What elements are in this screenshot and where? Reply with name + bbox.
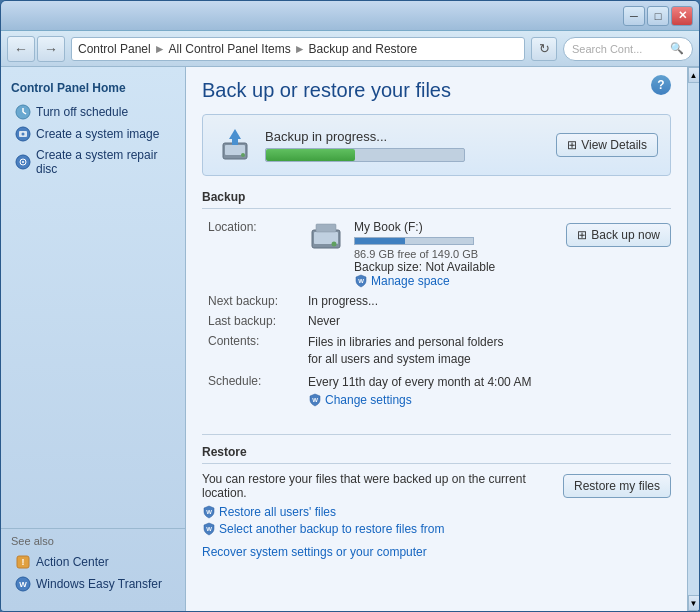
view-details-icon: ⊞ <box>567 138 577 152</box>
svg-point-8 <box>22 161 24 163</box>
close-button[interactable]: ✕ <box>671 6 693 26</box>
page-title: Back up or restore your files <box>202 79 671 102</box>
sidebar-item-label: Create a system image <box>36 127 159 141</box>
scroll-down-arrow[interactable]: ▼ <box>688 595 700 611</box>
change-settings-label: Change settings <box>325 393 412 407</box>
svg-rect-21 <box>316 224 336 232</box>
schedule-label: Schedule: <box>202 371 302 411</box>
contents-row: Contents: Files in libraries and persona… <box>202 331 556 371</box>
breadcrumb-sep-1: ► <box>154 42 166 56</box>
storage-text: 86.9 GB free of 149.0 GB <box>354 248 550 260</box>
sidebar-item-easy-transfer[interactable]: W Windows Easy Transfer <box>11 573 175 595</box>
svg-text:W: W <box>312 397 318 403</box>
restore-row: You can restore your files that were bac… <box>202 472 671 559</box>
restore-right: Restore my files <box>563 472 671 498</box>
location-row: Location: <box>202 217 556 291</box>
backup-details-left: Location: <box>202 217 556 420</box>
svg-text:!: ! <box>22 557 25 567</box>
main-layout: Control Panel Home Turn off schedule <box>1 67 699 611</box>
scroll-up-arrow[interactable]: ▲ <box>688 67 700 83</box>
schedule-row: Schedule: Every 11th day of every month … <box>202 371 556 411</box>
manage-space-link[interactable]: W Manage space <box>354 274 550 288</box>
clock-icon <box>15 104 31 120</box>
backup-section: Backup Location: <box>202 190 671 420</box>
select-backup-link[interactable]: W Select another backup to restore files… <box>202 522 553 536</box>
backup-section-label: Backup <box>202 190 671 209</box>
scrollbar-track[interactable] <box>688 83 699 595</box>
svg-point-15 <box>241 153 245 157</box>
back-up-now-icon: ⊞ <box>577 228 587 242</box>
address-path[interactable]: Control Panel ► All Control Panel Items … <box>71 37 525 61</box>
restore-section: Restore You can restore your files that … <box>202 434 671 559</box>
search-icon: 🔍 <box>670 42 684 55</box>
location-value: My Book (F:) 86.9 GB free of 149.0 GB Ba… <box>302 217 556 291</box>
maximize-button[interactable]: □ <box>647 6 669 26</box>
search-placeholder-text: Search Cont... <box>572 43 642 55</box>
location-name: My Book (F:) <box>354 220 550 234</box>
window-controls: ─ □ ✕ <box>623 6 693 26</box>
backup-details-row: Location: <box>202 217 671 420</box>
title-bar: ─ □ ✕ <box>1 1 699 31</box>
see-also-title: See also <box>11 535 175 547</box>
next-backup-label: Next backup: <box>202 291 302 311</box>
scrollbar-right[interactable]: ▲ ▼ <box>687 67 699 611</box>
select-backup-label: Select another backup to restore files f… <box>219 522 444 536</box>
content-area: ? Back up or restore your files <box>186 67 687 611</box>
sidebar-item-label: Create a system repair disc <box>36 148 171 176</box>
refresh-button[interactable]: ↻ <box>531 37 557 61</box>
svg-text:W: W <box>206 526 212 532</box>
next-backup-row: Next backup: In progress... <box>202 291 556 311</box>
progress-section: Backup in progress... ⊞ View Details <box>202 114 671 176</box>
transfer-icon: W <box>15 576 31 592</box>
recover-link[interactable]: Recover system settings or your computer <box>202 545 427 559</box>
back-up-now-button[interactable]: ⊞ Back up now <box>566 223 671 247</box>
storage-fill <box>355 238 405 244</box>
svg-point-20 <box>332 242 337 247</box>
back-button[interactable]: ← <box>7 36 35 62</box>
sidebar-divider <box>1 183 185 524</box>
last-backup-label: Last backup: <box>202 311 302 331</box>
see-also-section: See also ! Action Center W Windows Easy … <box>1 528 185 601</box>
location-label: Location: <box>202 217 302 291</box>
backup-size-value: Not Available <box>425 260 495 274</box>
backup-details-right: ⊞ Back up now <box>566 217 671 247</box>
view-details-button[interactable]: ⊞ View Details <box>556 133 658 157</box>
restore-all-link[interactable]: W Restore all users' files <box>202 505 553 519</box>
restore-all-label: Restore all users' files <box>219 505 336 519</box>
disc-icon <box>15 154 31 170</box>
content-inner: ? Back up or restore your files <box>186 67 687 571</box>
forward-button[interactable]: → <box>37 36 65 62</box>
next-backup-value: In progress... <box>302 291 556 311</box>
progress-bar-fill <box>266 149 355 161</box>
sidebar-item-system-image[interactable]: Create a system image <box>11 123 175 145</box>
sidebar-home-link[interactable]: Control Panel Home <box>11 81 175 95</box>
back-up-now-label: Back up now <box>591 228 660 242</box>
change-settings-link[interactable]: W Change settings <box>308 393 550 407</box>
sidebar-item-label: Turn off schedule <box>36 105 128 119</box>
progress-left: Backup in progress... <box>215 125 465 165</box>
schedule-text: Every 11th day of every month at 4:00 AM <box>308 374 550 391</box>
sidebar-section-nav: Control Panel Home Turn off schedule <box>1 77 185 183</box>
minimize-button[interactable]: ─ <box>623 6 645 26</box>
see-also-item-label: Windows Easy Transfer <box>36 577 162 591</box>
location-details: My Book (F:) 86.9 GB free of 149.0 GB Ba… <box>354 220 550 288</box>
shield-icon: W <box>354 274 368 288</box>
backup-size-text: Backup size: Not Available <box>354 260 550 274</box>
action-center-icon: ! <box>15 554 31 570</box>
progress-text: Backup in progress... <box>265 129 465 144</box>
restore-my-files-button[interactable]: Restore my files <box>563 474 671 498</box>
shield-icon-4: W <box>202 522 216 536</box>
sidebar-item-turn-off[interactable]: Turn off schedule <box>11 101 175 123</box>
sidebar-item-action-center[interactable]: ! Action Center <box>11 551 175 573</box>
nav-buttons: ← → <box>7 36 65 62</box>
sidebar-item-repair-disc[interactable]: Create a system repair disc <box>11 145 175 179</box>
restore-desc: You can restore your files that were bac… <box>202 472 553 500</box>
progress-info: Backup in progress... <box>265 129 465 162</box>
search-box[interactable]: Search Cont... 🔍 <box>563 37 693 61</box>
help-button[interactable]: ? <box>651 75 671 95</box>
disk-icon <box>15 126 31 142</box>
svg-text:W: W <box>19 580 27 589</box>
shield-icon-3: W <box>202 505 216 519</box>
contents-value: Files in libraries and personal foldersf… <box>302 331 556 371</box>
svg-text:W: W <box>358 278 364 284</box>
